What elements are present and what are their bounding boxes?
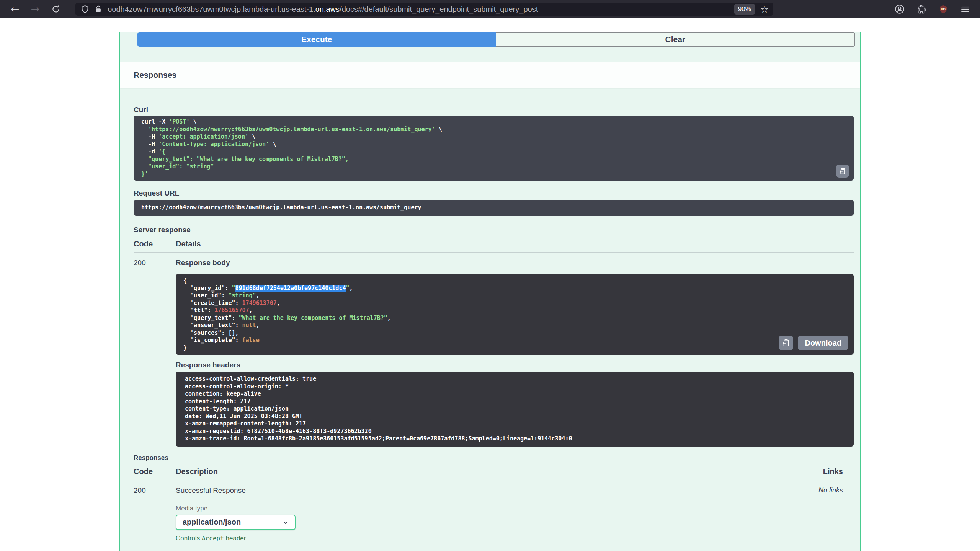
code-line: {: [183, 277, 846, 285]
code-line: content-length: 217: [185, 398, 844, 406]
code-line: "sources": [],: [183, 329, 846, 337]
swagger-page: Execute Clear Responses Curl curl -X 'PO…: [0, 32, 980, 551]
media-type-label: Media type: [176, 505, 854, 512]
code-line: "ttl": 1765165707,: [183, 307, 846, 315]
account-icon[interactable]: [895, 4, 905, 14]
url-text: oodh4zow7mwurrycf663bs7uwm0twcjp.lambda-…: [108, 5, 538, 14]
code-line: date: Wed,11 Jun 2025 03:48:28 GMT: [185, 413, 844, 421]
bookmark-star-icon[interactable]: ☆: [760, 4, 769, 15]
response-headers-label: Response headers: [176, 361, 854, 369]
table-divider: [134, 480, 854, 480]
code-line: "user_id": "string",: [183, 292, 846, 300]
clear-button[interactable]: Clear: [496, 32, 856, 47]
code-line: -d '{: [141, 148, 846, 156]
tab-divider: [232, 549, 232, 551]
response-200-row: 200 Successful Response No links: [134, 486, 854, 495]
accept-header-hint: Controls Accept header.: [176, 535, 854, 542]
code-line: curl -X 'POST' \: [141, 118, 846, 126]
request-url-block: https://oodh4zow7mwurrycf663bs7uwm0twcjp…: [134, 200, 854, 216]
curl-label: Curl: [134, 106, 854, 114]
response-headers-block: access-control-allow-credentials: trueac…: [176, 372, 854, 447]
code-line: "query_text": "What are the key componen…: [141, 156, 846, 163]
code-column-header: Code: [134, 467, 176, 476]
links-column-header: Links: [777, 467, 854, 476]
code-line: "query_id": "891d68def7254e12a0bfe97c140…: [183, 285, 846, 292]
lock-icon[interactable]: [95, 5, 102, 13]
request-url-label: Request URL: [134, 189, 854, 197]
copy-response-button[interactable]: [779, 336, 793, 350]
reload-icon[interactable]: [51, 4, 61, 14]
responses-table-header: Code Description Links: [134, 467, 854, 476]
browser-chrome: ← → oodh4zow7mwurrycf663bs7uwm0twcjp.lam…: [0, 0, 980, 18]
code-line: "query_text": "What are the key componen…: [183, 315, 846, 322]
description-column-header: Description: [176, 467, 777, 476]
curl-command-block: curl -X 'POST' \ 'https://oodh4zow7mwurr…: [134, 116, 854, 181]
server-response-row: 200 Response body { "query_id": "891d68d…: [134, 259, 854, 447]
response-description: Successful Response: [176, 486, 777, 495]
code-line: access-control-allow-origin: *: [185, 383, 844, 391]
zoom-level-badge[interactable]: 90%: [734, 4, 755, 15]
address-bar[interactable]: oodh4zow7mwurrycf663bs7uwm0twcjp.lambda-…: [75, 3, 773, 16]
svg-text:uO: uO: [941, 7, 946, 11]
server-response-table-header: Code Details: [134, 240, 854, 248]
browser-nav-buttons: ← →: [0, 0, 61, 18]
responses-header-title: Responses: [134, 70, 176, 80]
forward-icon[interactable]: →: [31, 0, 40, 18]
code-line: -H 'Content-Type: application/json' \: [141, 141, 846, 148]
code-column-header: Code: [134, 240, 176, 248]
tab-schema[interactable]: Schema: [238, 549, 265, 551]
response-body-label: Response body: [176, 259, 230, 267]
responses-section-header: Responses: [120, 62, 860, 88]
code-line: "is_complete": false: [183, 337, 846, 344]
code-line: "answer_text": null,: [183, 322, 846, 329]
code-line: }': [141, 171, 846, 178]
browser-toolbar-right: uO: [895, 4, 980, 14]
menu-hamburger-icon[interactable]: [960, 4, 970, 14]
extensions-puzzle-icon[interactable]: [917, 5, 926, 14]
request-url-value: https://oodh4zow7mwurrycf663bs7uwm0twcjp…: [141, 204, 846, 212]
code-line: "user_id": "string": [141, 163, 846, 171]
execute-wrapper: Execute Clear: [137, 32, 855, 47]
ublock-shield-icon[interactable]: uO: [939, 5, 948, 14]
server-response-label: Server response: [134, 226, 854, 234]
model-tabs: Example Value Schema: [176, 549, 854, 551]
download-button[interactable]: Download: [798, 336, 848, 350]
details-column-header: Details: [176, 240, 777, 248]
status-code: 200: [134, 259, 176, 447]
code-line: x-amzn-requestid: 6f827510-4b8e-4163-88f…: [185, 428, 844, 435]
response-links: No links: [777, 486, 854, 495]
status-code: 200: [134, 486, 176, 495]
chevron-down-icon: [282, 518, 289, 526]
code-line: connection: keep-alive: [185, 390, 844, 398]
table-divider: [134, 252, 854, 253]
code-line: x-amzn-remapped-content-length: 217: [185, 420, 844, 428]
media-type-select[interactable]: application/json: [176, 515, 296, 530]
code-line: x-amzn-trace-id: Root=1-6848fc8b-2a9185e…: [185, 435, 844, 443]
tab-example-value[interactable]: Example Value: [176, 549, 227, 551]
code-line: -H 'accept: application/json' \: [141, 133, 846, 141]
post-opblock: Execute Clear Responses Curl curl -X 'PO…: [119, 32, 861, 551]
execute-button[interactable]: Execute: [137, 32, 496, 47]
media-type-selected-value: application/json: [183, 518, 282, 527]
back-icon[interactable]: ←: [11, 0, 20, 18]
code-line: 'https://oodh4zow7mwurrycf663bs7uwm0twcj…: [141, 126, 846, 134]
code-line: access-control-allow-credentials: true: [185, 375, 844, 383]
documented-responses-label: Responses: [134, 454, 854, 462]
code-line: content-type: application/json: [185, 405, 844, 413]
code-line: }: [183, 344, 846, 352]
code-line: "create_time": 1749613707,: [183, 300, 846, 307]
tracking-shield-icon[interactable]: [81, 5, 89, 13]
copy-curl-button[interactable]: [836, 165, 849, 178]
media-type-section: Media type application/json Controls Acc…: [176, 505, 854, 551]
response-body-block: { "query_id": "891d68def7254e12a0bfe97c1…: [176, 274, 854, 355]
